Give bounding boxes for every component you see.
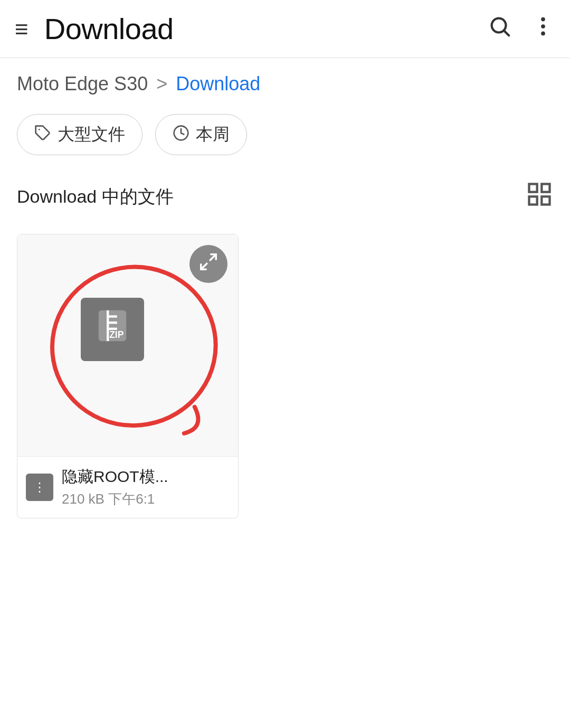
- expand-icon: [198, 252, 218, 276]
- breadcrumb: Moto Edge S30 > Download: [0, 58, 570, 106]
- file-time: 下午6:1: [108, 491, 155, 507]
- svg-line-1: [505, 31, 509, 35]
- menu-icon[interactable]: ≡: [15, 17, 28, 41]
- tag-icon: [34, 125, 51, 145]
- app-bar-actions: [488, 14, 555, 44]
- zip-icon-label: ZIP: [94, 307, 131, 352]
- filter-chips-container: 大型文件 本周: [0, 106, 570, 170]
- chip-this-week-label: 本周: [196, 123, 230, 146]
- file-size: 210 kB: [62, 491, 104, 507]
- svg-point-3: [541, 24, 545, 29]
- svg-rect-7: [529, 184, 537, 192]
- file-preview: ZIP: [17, 234, 238, 456]
- file-grid: ZIP: [0, 225, 570, 527]
- file-card-footer: ⋮ 隐藏ROOT模... 210 kB 下午6:1: [17, 456, 238, 518]
- more-options-icon[interactable]: [531, 14, 555, 44]
- svg-text:ZIP: ZIP: [109, 329, 124, 340]
- app-bar-title: Download: [44, 12, 488, 46]
- search-icon[interactable]: [488, 14, 512, 44]
- section-title: Download 中的文件: [17, 185, 174, 209]
- svg-rect-9: [529, 196, 537, 204]
- app-bar: ≡ Download: [0, 0, 570, 58]
- file-card[interactable]: ZIP: [17, 234, 239, 518]
- chip-large-files[interactable]: 大型文件: [17, 114, 142, 155]
- breadcrumb-chevron: >: [156, 73, 167, 95]
- svg-rect-10: [542, 196, 549, 204]
- svg-point-4: [541, 31, 545, 35]
- file-menu-button[interactable]: ⋮: [26, 474, 53, 501]
- view-toggle-button[interactable]: [526, 181, 553, 213]
- section-header: Download 中的文件: [0, 170, 570, 225]
- file-meta: 210 kB 下午6:1: [62, 490, 230, 508]
- expand-button[interactable]: [189, 245, 227, 283]
- file-name: 隐藏ROOT模...: [62, 466, 230, 488]
- file-menu-dots-icon: ⋮: [33, 480, 46, 495]
- chip-large-files-label: 大型文件: [58, 123, 125, 146]
- breadcrumb-current: Download: [176, 73, 260, 95]
- zip-icon-preview: ZIP: [81, 298, 144, 361]
- svg-rect-8: [542, 184, 549, 192]
- breadcrumb-root[interactable]: Moto Edge S30: [17, 73, 148, 95]
- clock-icon: [173, 125, 189, 145]
- file-info: 隐藏ROOT模... 210 kB 下午6:1: [62, 466, 230, 508]
- svg-point-2: [541, 17, 545, 21]
- chip-this-week[interactable]: 本周: [155, 114, 247, 155]
